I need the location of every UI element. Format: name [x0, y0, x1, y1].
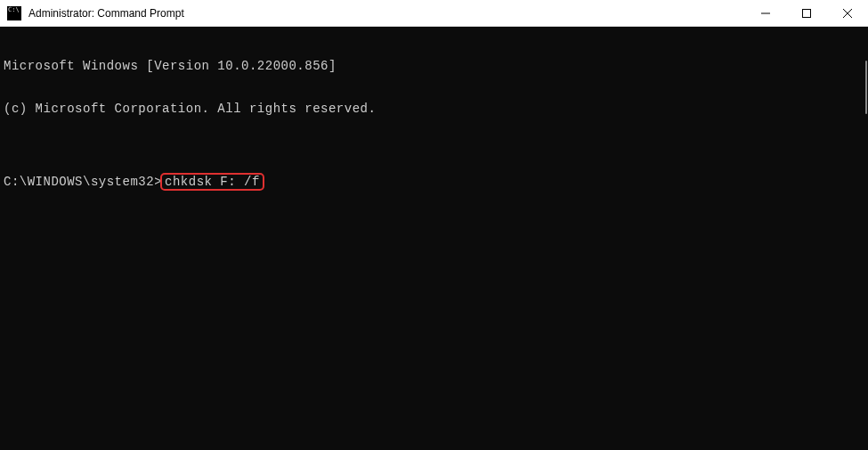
prompt-line: C:\WINDOWS\system32>chkdsk F: /f — [4, 173, 864, 191]
terminal-area[interactable]: Microsoft Windows [Version 10.0.22000.85… — [0, 27, 868, 450]
typed-command: chkdsk F: /f — [165, 175, 260, 189]
close-button[interactable] — [827, 0, 868, 26]
window-controls — [745, 0, 868, 26]
titlebar[interactable]: Administrator: Command Prompt — [0, 0, 868, 27]
close-icon — [843, 9, 852, 18]
version-line: Microsoft Windows [Version 10.0.22000.85… — [4, 59, 864, 73]
scrollbar[interactable] — [864, 27, 868, 450]
command-prompt-window: Administrator: Command Prompt Mic — [0, 0, 868, 450]
minimize-button[interactable] — [745, 0, 786, 26]
window-title: Administrator: Command Prompt — [28, 7, 745, 20]
scrollbar-thumb[interactable] — [865, 61, 867, 114]
terminal-content: Microsoft Windows [Version 10.0.22000.85… — [0, 27, 868, 223]
cmd-icon — [7, 6, 21, 20]
prompt-path: C:\WINDOWS\system32> — [4, 175, 162, 189]
copyright-line: (c) Microsoft Corporation. All rights re… — [4, 102, 864, 116]
svg-rect-1 — [803, 9, 811, 17]
maximize-button[interactable] — [786, 0, 827, 26]
command-highlight: chkdsk F: /f — [160, 173, 264, 191]
minimize-icon — [761, 9, 770, 18]
maximize-icon — [802, 9, 811, 18]
